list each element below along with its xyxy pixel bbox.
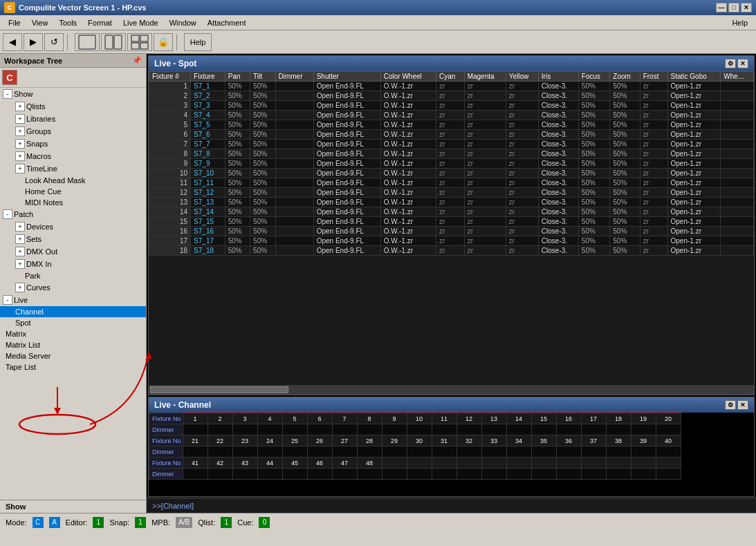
menu-file[interactable]: File [3, 17, 26, 28]
spot-table-wrapper[interactable]: Fixture # Fixture Pan Tilt Dimmer Shutte… [149, 71, 754, 385]
cell-whe [721, 140, 754, 149]
tree-item-libraries[interactable]: + Libraries [0, 113, 146, 125]
cell-focus: 50% [578, 207, 609, 217]
mpb-label: MPB: [151, 518, 170, 527]
tree-item-qlists[interactable]: + Qlists [0, 100, 146, 113]
expand-macros[interactable]: + [15, 151, 25, 161]
tree-item-curves[interactable]: + Curves [0, 281, 146, 294]
cell-shutter: Open End-9.FL [313, 111, 380, 120]
cell-zoom: 50% [610, 120, 640, 130]
help-button[interactable]: Help [184, 33, 212, 51]
cell-tilt: 50% [250, 82, 275, 91]
cell-yellow: zr [506, 130, 538, 140]
svg-rect-1 [105, 35, 113, 49]
cell-fixture: S7_9 [191, 159, 225, 169]
channel-dimmer-cell [457, 469, 481, 480]
menu-attachment[interactable]: Attachment [202, 17, 252, 28]
tree-item-live[interactable]: - Live [0, 294, 146, 306]
tree-show-button[interactable]: Show [0, 500, 146, 513]
cell-whe [721, 236, 754, 246]
menu-format[interactable]: Format [82, 17, 118, 28]
tree-item-look-ahead[interactable]: Look Ahead Mask [0, 175, 146, 186]
tree-item-dmx-in[interactable]: + DMX In [0, 258, 146, 270]
expand-dmx-in[interactable]: + [15, 259, 25, 269]
tree-item-dmx-out[interactable]: + DMX Out [0, 245, 146, 258]
expand-curves[interactable]: + [15, 283, 25, 292]
tree-item-park[interactable]: Park [0, 270, 146, 281]
tree-item-channel[interactable]: Channel [0, 306, 146, 317]
tree-item-devices[interactable]: + Devices [0, 220, 146, 233]
cell-yellow: zr [506, 207, 538, 217]
expand-snaps[interactable]: + [15, 139, 25, 149]
channel-grid-wrapper[interactable]: Fixture No123456789101112131415161718192… [149, 413, 754, 496]
tree-label-groups: Groups [26, 127, 51, 135]
tree-item-spot[interactable]: Spot [0, 317, 146, 328]
spot-scrollbar-thumb[interactable] [150, 386, 288, 393]
maximize-button[interactable]: □ [728, 3, 739, 12]
view-split-button[interactable] [101, 33, 126, 51]
cell-iris: Close-3. [538, 188, 578, 198]
expand-devices[interactable]: + [15, 222, 25, 232]
minimize-button[interactable]: — [716, 3, 727, 12]
table-row: 11 S7_11 50% 50% Open End-9.FL O.W.-1.zr… [149, 178, 754, 188]
tree-item-home-cue[interactable]: Home Cue [0, 186, 146, 197]
tree-item-macros[interactable]: + Macros [0, 150, 146, 162]
tree-pin-icon[interactable]: 📌 [132, 56, 142, 65]
table-row: 13 S7_13 50% 50% Open End-9.FL O.W.-1.zr… [149, 198, 754, 207]
channel-panel-settings[interactable]: ⚙ [725, 400, 736, 410]
cell-frost: zr [640, 246, 667, 256]
channel-fixture-num: 13 [481, 413, 506, 424]
cell-fixture: S7_11 [191, 178, 225, 188]
menu-window[interactable]: Window [164, 17, 202, 28]
forward-button[interactable]: ▶ [24, 33, 43, 51]
channel-fixture-num [581, 458, 606, 469]
close-button[interactable]: ✕ [741, 3, 752, 12]
expand-sets[interactable]: + [15, 234, 25, 244]
channel-panel-close[interactable]: ✕ [737, 400, 748, 410]
expand-groups[interactable]: + [15, 126, 25, 136]
tree-item-show[interactable]: - Show [0, 88, 146, 100]
expand-show[interactable]: - [3, 89, 12, 99]
menu-tools[interactable]: Tools [53, 17, 82, 28]
tree-item-media-server[interactable]: Media Server [0, 350, 146, 361]
tree-item-matrix[interactable]: Matrix [0, 328, 146, 339]
menu-live-mode[interactable]: Live Mode [118, 17, 164, 28]
tree-label-timeline: TimeLine [26, 164, 57, 173]
menu-view[interactable]: View [26, 17, 54, 28]
tree-item-snaps[interactable]: + Snaps [0, 138, 146, 150]
expand-qlists[interactable]: + [15, 102, 25, 111]
expand-libraries[interactable]: + [15, 114, 25, 124]
view-single-button[interactable] [75, 33, 100, 51]
grid-view-button[interactable] [127, 33, 152, 51]
cell-cyan: zr [436, 207, 465, 217]
tree-c-button[interactable]: C [2, 70, 17, 85]
lock-button[interactable]: 🔒 [154, 33, 173, 51]
cell-static-gobo: Open-1.zr [667, 207, 721, 217]
expand-timeline[interactable]: + [15, 164, 25, 173]
tree-item-midi-notes[interactable]: MIDI Notes [0, 197, 146, 208]
refresh-button[interactable]: ↺ [44, 33, 64, 51]
menu-help[interactable]: Help [726, 17, 753, 28]
tree-item-matrix-list[interactable]: Matrix List [0, 339, 146, 350]
tree-item-timeline[interactable]: + TimeLine [0, 162, 146, 175]
tree-item-groups[interactable]: + Groups [0, 125, 146, 138]
cell-cyan: zr [436, 169, 465, 178]
tree-item-patch[interactable]: - Patch [0, 208, 146, 220]
spot-panel-close[interactable]: ✕ [737, 59, 748, 68]
spot-panel-settings[interactable]: ⚙ [725, 59, 736, 68]
cell-iris: Close-3. [538, 198, 578, 207]
tree-item-tape-list[interactable]: Tape List [0, 361, 146, 373]
cell-static-gobo: Open-1.zr [667, 169, 721, 178]
cell-color-wheel: O.W.-1.zr [380, 130, 436, 140]
back-button[interactable]: ◀ [3, 33, 22, 51]
channel-fixture-num: 46 [307, 458, 332, 469]
cell-zoom: 50% [610, 101, 640, 111]
expand-dmx-out[interactable]: + [15, 247, 25, 256]
expand-live[interactable]: - [3, 295, 12, 305]
spot-scrollbar-h[interactable] [149, 385, 754, 395]
tree-item-sets[interactable]: + Sets [0, 233, 146, 245]
spot-table-body: 1 S7_1 50% 50% Open End-9.FL O.W.-1.zr z… [149, 82, 754, 256]
expand-patch[interactable]: - [3, 209, 12, 219]
cell-iris: Close-3. [538, 91, 578, 101]
col-fixture-num: Fixture # [149, 72, 191, 82]
